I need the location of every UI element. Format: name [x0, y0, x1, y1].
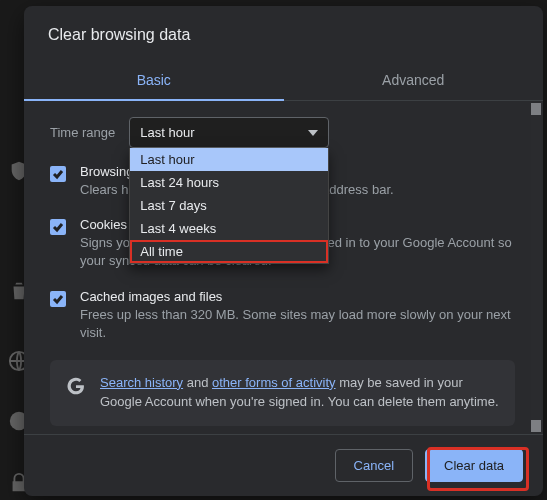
tab-advanced[interactable]: Advanced — [284, 60, 544, 100]
time-range-dropdown: Last hour Last 24 hours Last 7 days Last… — [129, 148, 329, 264]
time-range-value: Last hour — [140, 125, 194, 140]
title-cache: Cached images and files — [80, 289, 515, 304]
option-last-7-days[interactable]: Last 7 days — [130, 194, 328, 217]
time-range-row: Time range Last hour Last hour Last 24 h… — [50, 117, 515, 148]
clear-browsing-data-dialog: Clear browsing data Basic Advanced Time … — [24, 6, 543, 496]
option-last-24-hours[interactable]: Last 24 hours — [130, 171, 328, 194]
google-logo-icon — [66, 376, 86, 396]
checkbox-browsing-history[interactable] — [50, 166, 66, 182]
scrollbar-down-icon[interactable] — [531, 420, 541, 432]
option-last-hour[interactable]: Last hour — [130, 148, 328, 171]
checkbox-cache[interactable] — [50, 291, 66, 307]
dialog-footer: Cancel Clear data — [24, 434, 543, 496]
dialog-body: Time range Last hour Last hour Last 24 h… — [24, 101, 543, 434]
option-last-4-weeks[interactable]: Last 4 weeks — [130, 217, 328, 240]
option-all-time[interactable]: All time — [130, 240, 328, 263]
time-range-select-box[interactable]: Last hour — [129, 117, 329, 148]
time-range-select[interactable]: Last hour Last hour Last 24 hours Last 7… — [129, 117, 329, 148]
tab-bar: Basic Advanced — [24, 60, 543, 101]
dialog-title: Clear browsing data — [24, 6, 543, 60]
time-range-label: Time range — [50, 125, 115, 140]
scrollbar-track[interactable] — [531, 103, 541, 432]
link-search-history[interactable]: Search history — [100, 375, 183, 390]
google-account-info: Search history and other forms of activi… — [50, 360, 515, 426]
checkbox-cookies[interactable] — [50, 219, 66, 235]
cancel-button[interactable]: Cancel — [335, 449, 413, 482]
chevron-down-icon — [308, 128, 318, 138]
link-other-forms-of-activity[interactable]: other forms of activity — [212, 375, 336, 390]
scrollbar-up-icon[interactable] — [531, 103, 541, 115]
tab-basic[interactable]: Basic — [24, 60, 284, 100]
google-account-info-text: Search history and other forms of activi… — [100, 374, 499, 412]
desc-cache: Frees up less than 320 MB. Some sites ma… — [80, 306, 515, 342]
clear-data-button[interactable]: Clear data — [425, 449, 523, 482]
row-cache: Cached images and files Frees up less th… — [50, 289, 515, 342]
